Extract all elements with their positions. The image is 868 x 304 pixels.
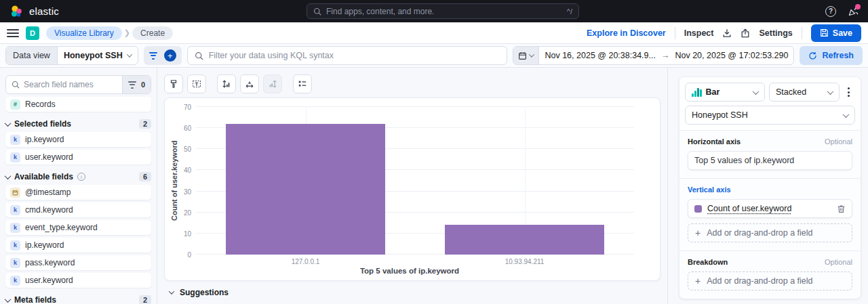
field-name: cmd.keyword — [25, 205, 73, 215]
optional-label: Optional — [825, 258, 852, 266]
text-options-button[interactable] — [187, 74, 206, 93]
field-item[interactable]: k user.keyword — [5, 273, 151, 288]
app-navbar: D Visualize Library ❯ Create Explore in … — [0, 22, 868, 44]
kql-input[interactable] — [209, 51, 500, 60]
metric-color-swatch — [694, 205, 702, 213]
y-tick-label: 20 — [184, 209, 191, 216]
inspect-button[interactable]: Inspect — [684, 28, 714, 38]
global-search[interactable]: ^/ — [307, 3, 579, 19]
available-fields-count: 6 — [139, 172, 151, 181]
chart-type-select[interactable]: Bar — [685, 83, 765, 102]
visual-options-button[interactable] — [164, 74, 183, 93]
bar-chart-icon — [692, 88, 702, 97]
x-axis-title: Top 5 values of ip.keyword — [170, 267, 649, 275]
breakdown-label: Breakdown — [688, 258, 728, 266]
field-item[interactable]: @timestamp — [5, 185, 151, 200]
horizontal-axis-section: Horizontal axis Optional Top 5 values of… — [679, 130, 861, 178]
field-item[interactable]: k pass.keyword — [5, 255, 151, 270]
field-name: @timestamp — [25, 188, 71, 197]
gridline — [196, 106, 634, 107]
layer-dataview-select[interactable]: Honeypot SSH — [685, 106, 855, 125]
field-item[interactable]: k ip.keyword — [5, 238, 151, 253]
chevron-down-icon — [169, 288, 174, 294]
data-view-picker[interactable]: Data view Honeypot SSH — [5, 46, 138, 65]
keyword-field-icon: k — [10, 258, 20, 268]
chevron-down-icon — [753, 88, 760, 95]
field-search[interactable]: 0 — [5, 75, 151, 94]
number-field-icon: # — [10, 100, 20, 110]
download-icon[interactable] — [722, 28, 732, 38]
chevron-down-icon — [5, 173, 12, 179]
stack-mode-select[interactable]: Stacked — [769, 83, 840, 102]
keyword-field-icon: k — [10, 135, 20, 145]
meta-fields-header[interactable]: Meta fields 2 — [5, 295, 151, 304]
delete-dimension-icon[interactable] — [837, 204, 846, 213]
bar-127.0.0.1[interactable] — [226, 124, 386, 255]
field-item[interactable]: k cmd.keyword — [5, 202, 151, 217]
keyword-field-icon: k — [10, 205, 20, 215]
settings-button[interactable]: Settings — [759, 28, 792, 38]
calendar-menu-button[interactable] — [513, 47, 539, 64]
date-range-end[interactable]: Nov 20, 2025 @ 17:02:53.290 — [669, 51, 793, 60]
vertical-axis-dimension[interactable]: Count of user.keyword — [688, 199, 852, 218]
bar-10.93.94.211[interactable] — [445, 225, 605, 255]
field-name: ip.keyword — [25, 240, 64, 250]
left-axis-button[interactable] — [217, 74, 236, 93]
fields-sidebar: 0 # Records Selected fields 2 k ip.keywo… — [0, 68, 157, 304]
date-range-start[interactable]: Nov 16, 2025 @ 20:38:34.9... — [539, 51, 661, 60]
field-name: user.keyword — [25, 276, 73, 285]
available-fields-header[interactable]: Available fields i 6 — [5, 171, 151, 182]
save-button[interactable]: Save — [811, 24, 861, 42]
plus-icon: + — [695, 276, 701, 286]
explore-in-discover-link[interactable]: Explore in Discover — [587, 28, 666, 38]
y-tick-label: 50 — [184, 146, 191, 153]
query-bar: Data view Honeypot SSH + Nov 16, 2025 @ … — [0, 44, 868, 68]
plus-icon: + — [695, 228, 701, 238]
chevron-down-icon — [5, 120, 12, 127]
filter-icon[interactable] — [149, 52, 157, 60]
field-filter-button[interactable]: 0 — [122, 76, 151, 93]
breadcrumb-visualize-library[interactable]: Visualize Library — [46, 26, 122, 40]
elastic-logo-icon — [9, 5, 23, 18]
info-icon: i — [77, 173, 85, 181]
y-tick-label: 30 — [184, 188, 191, 195]
newsfeed-button[interactable] — [848, 6, 859, 17]
selected-fields-count: 2 — [139, 119, 151, 129]
field-item-records[interactable]: # Records — [5, 97, 151, 112]
field-search-input[interactable] — [24, 80, 118, 89]
kql-search-bar[interactable] — [187, 46, 508, 65]
x-tick-label: 10.93.94.211 — [505, 258, 545, 265]
refresh-icon — [808, 51, 817, 60]
search-icon — [12, 81, 20, 89]
refresh-button[interactable]: Refresh — [800, 46, 863, 65]
field-item[interactable]: k event_type.keyword — [5, 220, 151, 235]
search-icon — [195, 51, 203, 60]
breakdown-dropzone[interactable]: + Add or drag-and-drop a field — [688, 272, 852, 290]
space-avatar[interactable]: D — [26, 26, 39, 40]
suggestions-toggle[interactable]: Suggestions — [164, 281, 660, 304]
bar-chart-plot[interactable]: 127.0.0.110.93.94.211 — [196, 107, 634, 255]
chevron-down-icon — [5, 296, 12, 303]
add-filter-button[interactable]: + — [164, 49, 176, 62]
horizontal-axis-dimension[interactable]: Top 5 values of ip.keyword — [688, 151, 852, 170]
help-icon[interactable]: ? — [825, 6, 836, 17]
legend-button[interactable] — [293, 74, 312, 93]
layer-actions-menu-icon[interactable] — [844, 85, 853, 100]
field-item[interactable]: k ip.keyword — [5, 132, 151, 147]
elastic-logo[interactable]: elastic — [9, 5, 59, 18]
global-search-input[interactable] — [326, 7, 562, 16]
global-header: elastic ^/ ? — [0, 0, 868, 22]
field-name: Records — [25, 100, 56, 109]
data-view-label: Data view — [6, 47, 58, 64]
vertical-axis-dropzone[interactable]: + Add or drag-and-drop a field — [688, 223, 852, 242]
right-axis-button — [263, 74, 282, 93]
share-icon[interactable] — [741, 28, 750, 38]
chevron-down-icon — [827, 88, 834, 95]
menu-icon[interactable] — [7, 29, 19, 37]
bottom-axis-button[interactable] — [240, 74, 259, 93]
selected-fields-header[interactable]: Selected fields 2 — [5, 118, 151, 129]
save-icon — [820, 28, 829, 37]
field-item[interactable]: k user.keyword — [5, 150, 151, 165]
arrow-right-icon: → — [661, 51, 670, 60]
product-name: elastic — [29, 5, 59, 17]
